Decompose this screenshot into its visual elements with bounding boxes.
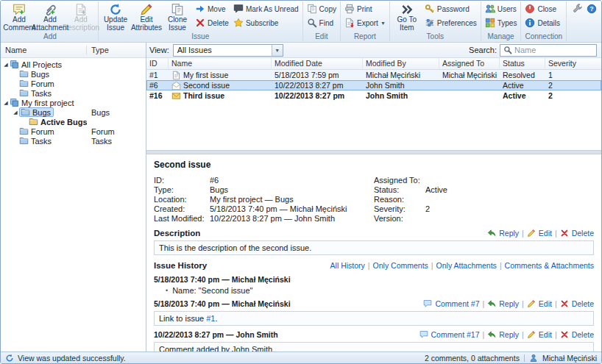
attr-value-type: Bugs xyxy=(210,185,374,194)
password-button[interactable]: Password xyxy=(422,2,479,15)
column-header-name[interactable]: Name xyxy=(169,58,272,69)
toolbar-group-report: Print Export ▼ Report xyxy=(341,1,390,41)
description-reply-link[interactable]: Reply xyxy=(499,229,519,238)
update-issue-button[interactable]: UpdateIssue xyxy=(100,1,131,32)
issue-row-6-selected[interactable]: #6 Second issue 10/22/2013 8:27 pm John … xyxy=(146,80,601,90)
subscribe-button[interactable]: Subscribe xyxy=(231,16,301,29)
comment-permalink[interactable]: Comment #17 xyxy=(431,330,480,339)
types-button[interactable]: Types xyxy=(483,16,520,29)
copy-button[interactable]: Copy xyxy=(305,2,339,15)
tree-item-active-bugs-view[interactable]: Active Bugs (1) xyxy=(1,117,146,126)
mark-as-unread-button[interactable]: Mark As Unread xyxy=(231,2,301,15)
projects-tree: ◢ All Projects Bugs xyxy=(1,58,146,351)
column-header-id[interactable]: ID xyxy=(146,58,169,69)
view-icon xyxy=(29,117,38,126)
column-header-modified-by[interactable]: Modified By xyxy=(363,58,439,69)
tree-item-forum-folder[interactable]: Forum Forum xyxy=(1,126,146,136)
projects-sidebar: Name Type ◢ All Projects Bugs xyxy=(1,43,146,351)
chevron-down-icon[interactable]: ▼ xyxy=(272,45,283,56)
comment-body: Comment added by John Smith. xyxy=(154,342,594,351)
attr-label-status: Status: xyxy=(374,185,425,194)
filter-only-comments[interactable]: Only Comments xyxy=(373,261,428,270)
comment-icon xyxy=(419,330,428,339)
person-icon xyxy=(529,354,538,363)
comment-edit-link[interactable]: Edit xyxy=(539,299,552,308)
help-icon[interactable] xyxy=(587,4,597,14)
description-delete-link[interactable]: Delete xyxy=(572,229,594,238)
comment-body: Link to issue #1. xyxy=(154,311,594,326)
description-title: Description xyxy=(154,229,200,238)
print-button[interactable]: Print xyxy=(342,2,388,15)
move-button[interactable]: Move xyxy=(193,2,231,15)
tree-item-bugs-global[interactable]: Bugs xyxy=(1,69,146,79)
expander-icon[interactable]: ◢ xyxy=(12,110,19,115)
tree-item-bugs-folder[interactable]: ◢ Bugs Bugs xyxy=(1,107,146,117)
comment-edit-link[interactable]: Edit xyxy=(539,330,552,339)
add-comment-button[interactable]: AddComment xyxy=(4,1,35,32)
expander-icon[interactable]: ◢ xyxy=(2,100,10,105)
clone-issue-button[interactable]: CloneIssue xyxy=(162,1,193,32)
view-dropdown[interactable]: All Issues ▼ xyxy=(173,44,283,57)
toolbar-group-connection: Close Details Connection xyxy=(521,1,567,41)
comment-delete-link[interactable]: Delete xyxy=(572,299,594,308)
selected-tree-item: Bugs xyxy=(19,107,54,117)
toolbar-group-label-issue: Issue xyxy=(100,32,301,41)
search-label: Search: xyxy=(469,46,497,54)
sidebar-column-name[interactable]: Name xyxy=(1,46,87,54)
go-to-item-button[interactable]: Go ToItem xyxy=(392,1,422,32)
delete-icon xyxy=(560,299,569,308)
description-edit-link[interactable]: Edit xyxy=(539,229,552,238)
issue-row-16-unread[interactable]: #16 Third issue 10/22/2013 8:27 pm John … xyxy=(146,90,601,101)
filter-comments-attachments[interactable]: Comments & Attachments xyxy=(505,261,594,270)
view-label: View: xyxy=(149,46,169,54)
close-button[interactable]: Close xyxy=(523,2,562,15)
edit-attributes-icon xyxy=(140,3,153,16)
column-header-modified-date[interactable]: Modified Date xyxy=(272,58,363,69)
attr-value-created: 5/18/2013 7:40 pm — Michał Męciński xyxy=(210,204,374,213)
sidebar-column-type[interactable]: Type xyxy=(87,46,146,54)
add-attachment-icon xyxy=(43,3,57,16)
wrench-icon[interactable] xyxy=(573,4,583,14)
tree-item-tasks-folder[interactable]: Tasks Tasks xyxy=(1,136,146,146)
details-button[interactable]: Details xyxy=(523,16,562,29)
toolbar-group-label-add: Add xyxy=(4,32,96,41)
issue-unread-icon xyxy=(171,91,181,101)
attr-value-last-modified: 10/22/2013 8:27 pm — John Smith xyxy=(210,214,374,223)
comment-permalink[interactable]: Comment #7 xyxy=(435,299,479,308)
column-header-severity[interactable]: Severity xyxy=(545,58,601,69)
comment-reply-link[interactable]: Reply xyxy=(499,330,519,339)
attr-value-id: #6 xyxy=(210,176,374,185)
sidebar-header: Name Type xyxy=(1,43,146,58)
tree-item-tasks-global[interactable]: Tasks xyxy=(1,88,146,98)
preferences-button[interactable]: Preferences xyxy=(422,16,479,29)
print-icon xyxy=(344,4,355,14)
issues-table-header: ID Name Modified Date Modified By Assign… xyxy=(146,58,601,70)
expander-icon[interactable]: ◢ xyxy=(2,62,10,67)
tree-item-my-first-project[interactable]: ◢ My first project xyxy=(1,98,146,107)
add-attachment-button[interactable]: AddAttachment xyxy=(35,1,65,32)
tree-item-all-projects[interactable]: ◢ All Projects xyxy=(1,60,146,69)
filter-all-history[interactable]: All History xyxy=(330,261,365,270)
add-comment-label: AddComment xyxy=(3,16,35,32)
column-header-status[interactable]: Status xyxy=(500,58,545,69)
attr-label-version: Version: xyxy=(374,214,425,223)
export-button[interactable]: Export ▼ xyxy=(342,16,388,29)
edit-icon xyxy=(527,330,536,339)
delete-button[interactable]: Delete xyxy=(193,16,231,29)
column-header-assigned-to[interactable]: Assigned To xyxy=(439,58,500,69)
export-dropdown-arrow[interactable]: ▼ xyxy=(380,21,386,26)
issue-attributes: ID:#6 Type:Bugs Location:My first projec… xyxy=(154,175,594,223)
comment-delete-link[interactable]: Delete xyxy=(572,330,594,339)
edit-attributes-button[interactable]: EditAttributes xyxy=(131,1,162,32)
find-button[interactable]: Find xyxy=(305,16,339,29)
add-description-button: AddDescription xyxy=(65,1,96,32)
issue-link[interactable]: #1 xyxy=(206,314,215,323)
project-icon xyxy=(10,60,19,69)
search-input[interactable]: Name xyxy=(500,44,597,57)
comment-reply-link[interactable]: Reply xyxy=(499,299,519,308)
issue-row-1[interactable]: #1 My first issue 5/18/2013 7:59 pm Mich… xyxy=(146,70,601,80)
users-button[interactable]: Users xyxy=(483,2,520,15)
attr-value-location: My first project — Bugs xyxy=(210,195,374,204)
tree-item-forum-global[interactable]: Forum xyxy=(1,79,146,88)
filter-only-attachments[interactable]: Only Attachments xyxy=(436,261,497,270)
